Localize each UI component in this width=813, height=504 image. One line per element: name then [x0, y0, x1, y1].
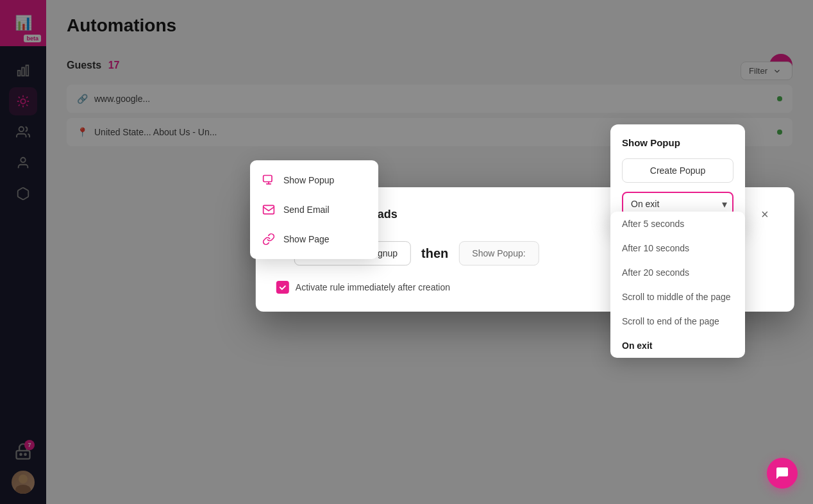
- panel-title: Show Popup: [622, 137, 733, 148]
- action-button[interactable]: Show Popup:: [458, 241, 539, 265]
- action-label-show-popup: Show Popup: [283, 175, 334, 185]
- action-dropdown: Show Popup Send Email Show Page: [250, 160, 378, 259]
- rule-then-label: then: [421, 246, 448, 261]
- timing-dropdown: After 5 seconds After 10 seconds After 2…: [610, 212, 745, 358]
- action-label-show-page: Show Page: [283, 234, 330, 244]
- timing-option-scroll-end[interactable]: Scroll to end of the page: [610, 309, 745, 333]
- activate-label: Activate rule immediately after creation: [296, 282, 450, 292]
- activate-checkbox[interactable]: [276, 281, 289, 294]
- modal-close-button[interactable]: ×: [756, 205, 774, 223]
- timing-option-10s[interactable]: After 10 seconds: [610, 236, 745, 260]
- email-icon: [262, 203, 276, 217]
- timing-option-20s[interactable]: After 20 seconds: [610, 260, 745, 285]
- chat-bubble-button[interactable]: [767, 458, 798, 489]
- timing-option-5s[interactable]: After 5 seconds: [610, 212, 745, 236]
- svg-rect-12: [264, 205, 274, 214]
- timing-option-on-exit[interactable]: On exit: [610, 333, 745, 358]
- action-item-show-page[interactable]: Show Page: [250, 224, 378, 254]
- popup-icon: [262, 173, 276, 187]
- action-label-send-email: Send Email: [283, 205, 330, 215]
- action-item-show-popup[interactable]: Show Popup: [250, 165, 378, 195]
- link-icon: [262, 232, 276, 246]
- svg-rect-11: [264, 176, 272, 182]
- timing-option-scroll-mid[interactable]: Scroll to middle of the page: [610, 285, 745, 309]
- create-popup-button[interactable]: Create Popup: [622, 158, 733, 183]
- action-item-send-email[interactable]: Send Email: [250, 195, 378, 224]
